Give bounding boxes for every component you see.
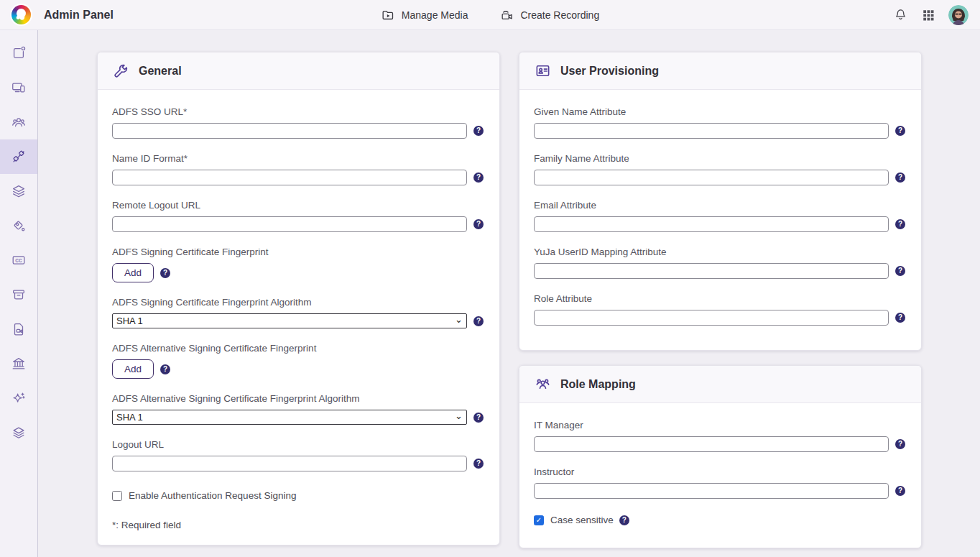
sidebar-item-ai-sparkles[interactable] <box>0 381 37 415</box>
create-recording-button[interactable]: Create Recording <box>499 8 599 22</box>
field-instructor: Instructor ? <box>534 466 907 499</box>
role-mapping-card-title: Role Mapping <box>560 378 636 391</box>
manage-media-button[interactable]: Manage Media <box>381 8 468 22</box>
help-icon[interactable]: ? <box>160 268 170 278</box>
sidebar-item-branding[interactable] <box>0 208 37 243</box>
checkbox-label: Case sensitive <box>550 515 614 525</box>
chevron-down-icon: ⌄ <box>455 411 463 420</box>
help-icon[interactable]: ? <box>473 459 484 469</box>
user-provisioning-card-title: User Provisioning <box>560 65 659 78</box>
help-icon[interactable]: ? <box>473 172 484 183</box>
help-icon[interactable]: ? <box>160 364 170 374</box>
role-attribute-input[interactable] <box>534 310 889 326</box>
general-card: General ADFS SSO URL* ? Name ID Format* … <box>97 52 500 546</box>
given-name-attribute-input[interactable] <box>534 123 889 139</box>
help-icon[interactable]: ? <box>473 126 484 136</box>
content-stack-icon <box>11 425 27 441</box>
field-yuja-userid-mapping-attribute: YuJa UserID Mapping Attribute ? <box>534 247 907 279</box>
folder-play-icon <box>381 8 395 22</box>
sidebar-item-archive[interactable] <box>0 277 37 312</box>
sidebar-item-users[interactable] <box>0 105 37 139</box>
help-icon[interactable]: ? <box>895 219 905 229</box>
field-alt-signing-cert-fingerprint: ADFS Alternative Signing Certificate Fin… <box>112 343 485 379</box>
apps-grid-icon[interactable] <box>922 9 935 22</box>
help-icon[interactable]: ? <box>473 316 484 326</box>
required-field-note: *: Required field <box>112 520 485 530</box>
field-label: ADFS Signing Certificate Fingerprint <box>112 247 485 257</box>
family-name-attribute-input[interactable] <box>534 170 889 185</box>
add-fingerprint-button[interactable]: Add <box>112 263 154 282</box>
help-icon[interactable]: ? <box>895 313 905 323</box>
sidebar-item-content-stack[interactable] <box>0 415 37 450</box>
help-icon[interactable]: ? <box>619 515 629 525</box>
help-icon[interactable]: ? <box>895 439 905 449</box>
sidebar-item-integrations[interactable] <box>0 139 37 174</box>
field-given-name-attribute: Given Name Attribute ? <box>534 106 907 139</box>
help-icon[interactable]: ? <box>895 126 905 136</box>
add-alt-fingerprint-button[interactable]: Add <box>112 359 154 379</box>
wrench-icon <box>113 63 129 79</box>
fingerprint-algorithm-select[interactable]: SHA 1 ⌄ <box>112 313 467 328</box>
sidebar-item-layers[interactable] <box>0 174 37 208</box>
topbar-actions: Manage Media Create Recording <box>381 8 599 22</box>
auth-request-signing-row: Enable Authentication Request Signing <box>112 490 485 501</box>
help-icon[interactable]: ? <box>895 172 905 183</box>
field-remote-logout-url: Remote Logout URL ? <box>112 200 485 232</box>
create-recording-label: Create Recording <box>520 9 599 21</box>
field-role-attribute: Role Attribute ? <box>534 293 907 326</box>
field-label: Given Name Attribute <box>534 106 907 117</box>
help-icon[interactable]: ? <box>895 266 905 276</box>
help-icon[interactable]: ? <box>473 219 484 229</box>
layers-icon <box>11 183 27 199</box>
user-provisioning-card-header: User Provisioning <box>519 52 921 90</box>
help-icon[interactable]: ? <box>895 486 905 496</box>
yuja-userid-mapping-attribute-input[interactable] <box>534 263 889 279</box>
sidebar-item-institution[interactable] <box>0 346 37 381</box>
field-logout-url: Logout URL ? <box>112 439 485 471</box>
instructor-input[interactable] <box>534 483 889 499</box>
it-manager-input[interactable] <box>534 436 889 452</box>
chevron-down-icon: ⌄ <box>455 315 463 324</box>
field-signing-cert-algorithm: ADFS Signing Certificate Fingerprint Alg… <box>112 297 485 328</box>
manage-media-label: Manage Media <box>402 9 468 21</box>
id-card-icon <box>535 63 551 79</box>
recorder-icon <box>499 8 514 22</box>
auth-request-signing-checkbox[interactable] <box>112 491 122 501</box>
adfs-sso-url-input[interactable] <box>112 123 467 139</box>
email-attribute-input[interactable] <box>534 216 889 232</box>
app-logo-icon[interactable] <box>11 5 31 24</box>
help-icon[interactable]: ? <box>473 413 484 423</box>
field-alt-signing-cert-algorithm: ADFS Alternative Signing Certificate Fin… <box>112 393 485 425</box>
notifications-bell-icon[interactable] <box>893 7 908 22</box>
checkbox-label: Enable Authentication Request Signing <box>129 490 296 501</box>
field-email-attribute: Email Attribute ? <box>534 200 907 232</box>
field-family-name-attribute: Family Name Attribute ? <box>534 153 907 185</box>
sidebar-item-create-content[interactable] <box>0 36 37 70</box>
topbar: Admin Panel Manage Media Create Recordin… <box>0 0 980 30</box>
case-sensitive-checkbox[interactable]: ✓ <box>534 515 544 525</box>
role-mapping-users-icon <box>535 376 551 392</box>
cc-glyph: CC <box>15 258 22 263</box>
field-label: YuJa UserID Mapping Attribute <box>534 247 907 257</box>
sidebar-item-devices[interactable] <box>0 70 37 105</box>
archive-icon <box>11 287 27 303</box>
media-file-icon <box>11 321 27 337</box>
alt-fingerprint-algorithm-select[interactable]: SHA 1 ⌄ <box>112 410 467 425</box>
topbar-right <box>893 5 969 25</box>
field-label: Family Name Attribute <box>534 153 907 164</box>
sidebar: CC <box>0 30 38 557</box>
sidebar-item-media-file[interactable] <box>0 312 37 346</box>
field-name-id-format: Name ID Format* ? <box>112 153 485 185</box>
field-label: ADFS Alternative Signing Certificate Fin… <box>112 393 485 404</box>
devices-icon <box>11 80 27 96</box>
field-label: Email Attribute <box>534 200 907 211</box>
logout-url-input[interactable] <box>112 456 467 471</box>
avatar[interactable] <box>948 5 969 25</box>
sidebar-item-captions[interactable]: CC <box>0 243 37 277</box>
role-mapping-card: Role Mapping IT Manager ? Instructor ? ✓… <box>519 365 922 548</box>
create-content-icon <box>11 45 27 61</box>
users-icon <box>11 114 27 130</box>
remote-logout-url-input[interactable] <box>112 216 467 232</box>
name-id-format-input[interactable] <box>112 170 467 185</box>
field-label: Instructor <box>534 466 907 477</box>
